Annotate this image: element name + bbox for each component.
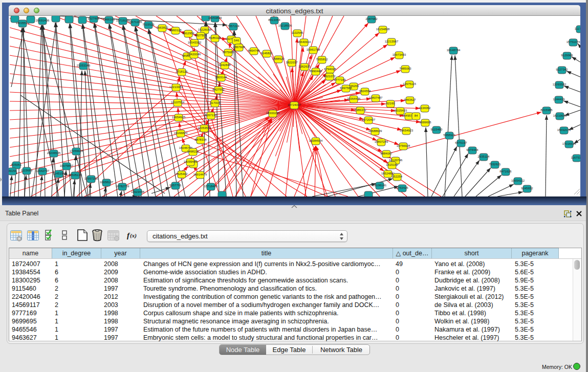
- svg-text:2718126: 2718126: [176, 70, 188, 73]
- svg-text:9242848: 9242848: [219, 63, 231, 67]
- svg-text:9463627: 9463627: [404, 98, 416, 101]
- svg-text:3875685: 3875685: [222, 51, 234, 54]
- svg-text:6466160: 6466160: [103, 18, 115, 21]
- svg-text:10958107: 10958107: [100, 181, 114, 184]
- svg-text:7515526: 7515526: [142, 23, 155, 26]
- svg-text:19218506: 19218506: [278, 24, 292, 27]
- svg-text:21053346: 21053346: [77, 64, 91, 67]
- svg-text:19166823: 19166823: [174, 132, 188, 135]
- svg-text:6794028: 6794028: [324, 68, 336, 71]
- svg-text:9777169: 9777169: [334, 78, 346, 81]
- svg-text:12353594: 12353594: [198, 126, 211, 129]
- svg-text:19654923: 19654923: [400, 129, 413, 132]
- svg-text:8878334: 8878334: [194, 138, 207, 141]
- svg-text:16671385: 16671385: [128, 20, 142, 24]
- svg-text:9699695: 9699695: [419, 121, 431, 124]
- svg-text:10654112: 10654112: [511, 179, 525, 182]
- svg-text:8813054: 8813054: [268, 18, 280, 21]
- svg-text:12505135: 12505135: [69, 173, 82, 177]
- svg-text:15718485: 15718485: [204, 185, 218, 188]
- svg-text:16807249: 16807249: [375, 140, 388, 143]
- svg-text:9884067: 9884067: [380, 152, 393, 155]
- svg-text:7663822: 7663822: [156, 26, 168, 29]
- svg-text:6479197: 6479197: [455, 141, 467, 144]
- svg-text:6497568: 6497568: [340, 86, 352, 90]
- svg-text:10025433: 10025433: [394, 109, 407, 112]
- svg-text:8471626: 8471626: [499, 170, 512, 173]
- svg-text:12213383: 12213383: [169, 85, 183, 89]
- svg-text:12213967: 12213967: [385, 40, 399, 43]
- svg-text:2935114: 2935114: [478, 155, 490, 158]
- svg-text:7955812: 7955812: [316, 58, 328, 61]
- svg-text:20364436: 20364436: [347, 97, 361, 100]
- svg-text:84: 84: [415, 114, 418, 117]
- svg-text:1621072: 1621072: [323, 75, 336, 78]
- svg-text:10973493: 10973493: [393, 53, 406, 56]
- svg-text:20206535: 20206535: [47, 151, 61, 155]
- svg-text:8215985: 8215985: [540, 108, 553, 112]
- svg-text:(x): (x): [130, 232, 137, 239]
- svg-text:9474444: 9474444: [466, 148, 478, 151]
- svg-text:9827503: 9827503: [194, 34, 207, 37]
- svg-text:10807487: 10807487: [369, 96, 383, 99]
- svg-text:19384554: 19384554: [309, 139, 323, 142]
- svg-text:1615152: 1615152: [386, 163, 398, 166]
- svg-text:1753426: 1753426: [396, 186, 408, 189]
- svg-text:1527602: 1527602: [88, 17, 100, 20]
- svg-text:2867608: 2867608: [233, 46, 245, 49]
- svg-text:16648784: 16648784: [447, 49, 461, 52]
- svg-text:39154: 39154: [9, 169, 17, 172]
- svg-text:8960128: 8960128: [169, 29, 182, 32]
- svg-text:10961758: 10961758: [307, 48, 320, 51]
- svg-text:10120746: 10120746: [389, 159, 403, 162]
- svg-text:15692071: 15692071: [557, 128, 571, 132]
- svg-text:1588520: 1588520: [272, 57, 285, 60]
- svg-text:8912954: 8912954: [182, 32, 194, 35]
- svg-text:15751074: 15751074: [567, 40, 580, 43]
- svg-text:12093582: 12093582: [553, 83, 567, 86]
- svg-text:15720407: 15720407: [362, 118, 376, 121]
- svg-text:1244419: 1244419: [553, 98, 565, 101]
- svg-text:1145194: 1145194: [53, 172, 66, 175]
- svg-text:1115689: 1115689: [21, 169, 33, 172]
- svg-text:1134062: 1134062: [419, 106, 431, 110]
- svg-text:1498222: 1498222: [187, 150, 199, 153]
- svg-text:7386372: 7386372: [354, 108, 366, 112]
- svg-text:62160: 62160: [386, 102, 395, 105]
- svg-text:10688609: 10688609: [368, 129, 382, 133]
- svg-text:17016514: 17016514: [562, 142, 576, 145]
- svg-text:10975867: 10975867: [60, 164, 74, 167]
- svg-text:1167533: 1167533: [571, 156, 580, 159]
- svg-text:8454749: 8454749: [248, 49, 260, 52]
- svg-text:8186328: 8186328: [209, 36, 221, 39]
- svg-text:835061: 835061: [11, 163, 22, 166]
- svg-text:11923448: 11923448: [131, 190, 145, 193]
- svg-text:2087682: 2087682: [365, 17, 378, 20]
- svg-text:15226058: 15226058: [198, 28, 212, 31]
- svg-text:18300295: 18300295: [266, 112, 280, 115]
- svg-text:18724007: 18724007: [288, 103, 301, 106]
- svg-text:16196141: 16196141: [373, 184, 387, 187]
- svg-text:10107554: 10107554: [171, 101, 185, 104]
- svg-text:8427552: 8427552: [212, 88, 225, 91]
- svg-text:1132546: 1132546: [292, 31, 304, 34]
- svg-text:7485063: 7485063: [399, 67, 411, 70]
- svg-text:3822037: 3822037: [286, 61, 298, 64]
- svg-text:9657791: 9657791: [169, 184, 182, 187]
- svg-text:1362615: 1362615: [298, 65, 311, 68]
- svg-text:9129966: 9129966: [561, 54, 573, 57]
- svg-text:7625402: 7625402: [176, 172, 188, 176]
- svg-text:16053809: 16053809: [208, 16, 222, 19]
- svg-text:546: 546: [234, 39, 239, 42]
- svg-text:19756928: 19756928: [397, 144, 410, 147]
- svg-text:19654925: 19654925: [172, 116, 186, 119]
- svg-text:9146821: 9146821: [260, 52, 273, 55]
- svg-text:16914479: 16914479: [193, 173, 207, 176]
- svg-text:16543382: 16543382: [188, 41, 202, 44]
- svg-text:16782759: 16782759: [116, 185, 129, 188]
- svg-text:8990448: 8990448: [310, 70, 322, 73]
- svg-text:917004: 917004: [210, 101, 221, 104]
- svg-text:8267130: 8267130: [205, 114, 217, 117]
- svg-text:17957255: 17957255: [84, 177, 98, 180]
- svg-text:7857224: 7857224: [227, 25, 239, 28]
